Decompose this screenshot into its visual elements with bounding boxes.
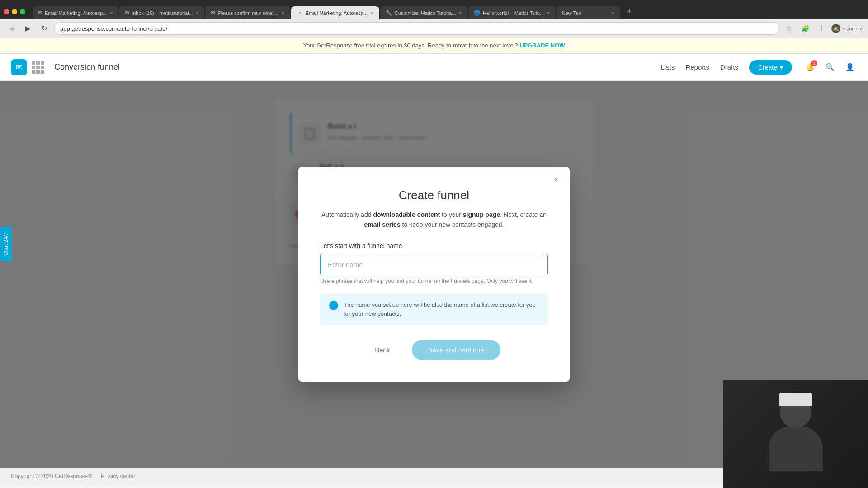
funnel-name-input[interactable] [320, 254, 548, 275]
back-button[interactable]: Back [368, 342, 397, 358]
menu-button[interactable]: ⋮ [815, 22, 828, 35]
grid-dot [41, 70, 44, 74]
info-icon [329, 301, 338, 310]
tab-title-3: Please confirm new email... [217, 10, 278, 16]
search-button[interactable]: 🔍 [823, 60, 837, 75]
browser-tab-7[interactable]: New Tab × [557, 6, 620, 19]
tab-favicon-4: 📧 [297, 10, 303, 16]
modal-desc-part3: . Next, create an [500, 211, 547, 218]
browser-tab-2[interactable]: ✉ Inbox (15) – meticstutorial... × [119, 6, 204, 19]
forward-nav-button[interactable]: ▶ [22, 22, 34, 35]
grid-dot [36, 70, 40, 74]
webcam-overlay [723, 380, 868, 488]
grid-dot [32, 70, 35, 74]
reload-button[interactable]: ↻ [38, 22, 51, 35]
grid-dot [32, 66, 35, 69]
app-header: ✉ Conversion funnel Lists Reports Drafts… [0, 54, 868, 81]
lists-nav-link[interactable]: Lists [661, 63, 675, 71]
create-chevron-icon: ▾ [780, 64, 783, 71]
incognito-badge: 🕵 Incognito [831, 24, 863, 33]
promo-text: Your GetResponse free trial expires in 3… [303, 42, 518, 49]
reports-nav-link[interactable]: Reports [685, 63, 709, 71]
browser-chrome: ✉ Email Marketing, Autoresp... × ✉ Inbox… [0, 0, 868, 38]
address-text: app.getresponse.com/auto-funnel/create/ [60, 25, 167, 32]
browser-toolbar: ◀ ▶ ↻ app.getresponse.com/auto-funnel/cr… [0, 19, 868, 38]
webcam-video [723, 380, 868, 488]
header-icons: 🔔 1 🔍 👤 [803, 60, 857, 75]
app-title: Conversion funnel [54, 62, 120, 72]
incognito-label: Incognito [842, 26, 863, 31]
app-logo: ✉ Conversion funnel [11, 59, 120, 75]
extensions-button[interactable]: 🧩 [799, 22, 811, 35]
tab-close-5[interactable]: × [458, 9, 462, 16]
tab-close-6[interactable]: × [547, 9, 550, 16]
tab-favicon-5: 🔧 [386, 10, 392, 16]
tab-title-7: New Tab [562, 10, 581, 16]
modal-actions: Back Save and continue [320, 340, 548, 360]
modal-desc-bold1: downloadable content [373, 211, 440, 218]
promo-banner: Your GetResponse free trial expires in 3… [0, 38, 868, 54]
privacy-link[interactable]: Privacy center [101, 473, 135, 479]
tab-close-3[interactable]: × [281, 9, 285, 16]
modal-desc-part1: Automatically add [321, 211, 373, 218]
account-button[interactable]: 👤 [843, 60, 857, 75]
tab-title-1: Email Marketing, Autoresp... [45, 10, 107, 16]
tab-title-4: Email Marketing, Autoresp... [306, 10, 368, 16]
tab-favicon-6: 🌐 [474, 10, 480, 16]
tab-close-1[interactable]: × [110, 9, 113, 16]
grid-dot [41, 61, 44, 65]
funnel-name-label: Let's start with a funnel name [320, 242, 548, 249]
tab-close-7[interactable]: × [611, 9, 614, 16]
browser-tab-6[interactable]: 🌐 Hello world! – Metics Tuto... × [468, 6, 556, 19]
tab-favicon-1: ✉ [38, 10, 42, 16]
modal-title: Create funnel [320, 188, 548, 202]
browser-tab-4[interactable]: 📧 Email Marketing, Autoresp... × [291, 6, 379, 19]
close-window-button[interactable] [4, 9, 9, 14]
header-nav: Lists Reports Drafts Create ▾ [661, 60, 792, 75]
tab-title-5: Customize: Metics Tutoria... [395, 10, 456, 16]
tab-favicon-2: ✉ [125, 10, 129, 16]
tab-close-4[interactable]: × [370, 9, 374, 16]
modal-close-button[interactable]: × [550, 174, 562, 187]
modal-desc-bold3: email series [364, 221, 401, 228]
create-label: Create [758, 64, 777, 71]
minimize-window-button[interactable] [12, 9, 17, 14]
create-funnel-modal: × Create funnel Automatically add downlo… [298, 167, 570, 382]
address-bar[interactable]: app.getresponse.com/auto-funnel/create/ [54, 22, 779, 35]
grid-dot [36, 61, 40, 65]
modal-desc-part2: to your [440, 211, 463, 218]
new-tab-button[interactable]: + [623, 4, 637, 19]
maximize-window-button[interactable] [20, 9, 25, 14]
back-nav-button[interactable]: ◀ [5, 22, 18, 35]
tab-close-2[interactable]: × [196, 9, 199, 16]
modal-desc-part4: to keep your new contacts engaged. [401, 221, 504, 228]
browser-tab-3[interactable]: ✉ Please confirm new email... × [205, 6, 290, 19]
bookmark-button[interactable]: ☆ [783, 22, 795, 35]
copyright-text: Copyright © 2020 GetResponse® [11, 473, 92, 479]
grid-dot [36, 66, 40, 69]
grid-dot [32, 61, 35, 65]
browser-tab-5[interactable]: 🔧 Customize: Metics Tutoria... × [380, 6, 467, 19]
modal-description: Automatically add downloadable content t… [320, 210, 548, 230]
chat-widget[interactable]: Chat 24/7 [0, 227, 12, 261]
save-continue-button[interactable]: Save and continue [412, 340, 500, 360]
tab-title-6: Hello world! – Metics Tuto... [483, 10, 544, 16]
tab-title-2: Inbox (15) – meticstutorial... [132, 10, 193, 16]
upgrade-link[interactable]: UPGRADE NOW [519, 42, 565, 49]
drafts-nav-link[interactable]: Drafts [720, 63, 738, 71]
grid-dot [41, 66, 44, 69]
notifications-button[interactable]: 🔔 1 [803, 60, 817, 75]
info-box: The name you set up here will be also th… [320, 293, 548, 325]
logo-icon: ✉ [11, 59, 27, 75]
info-box-text: The name you set up here will be also th… [344, 300, 539, 318]
funnel-name-hint: Use a phrase that will help you find you… [320, 278, 548, 284]
browser-tab-1[interactable]: ✉ Email Marketing, Autoresp... × [33, 6, 118, 19]
tab-favicon-3: ✉ [211, 10, 215, 16]
incognito-icon: 🕵 [831, 24, 840, 33]
modal-desc-bold2: signup page [463, 211, 500, 218]
create-button[interactable]: Create ▾ [749, 60, 792, 75]
apps-grid-icon[interactable] [32, 61, 44, 74]
notification-badge: 1 [811, 60, 817, 66]
